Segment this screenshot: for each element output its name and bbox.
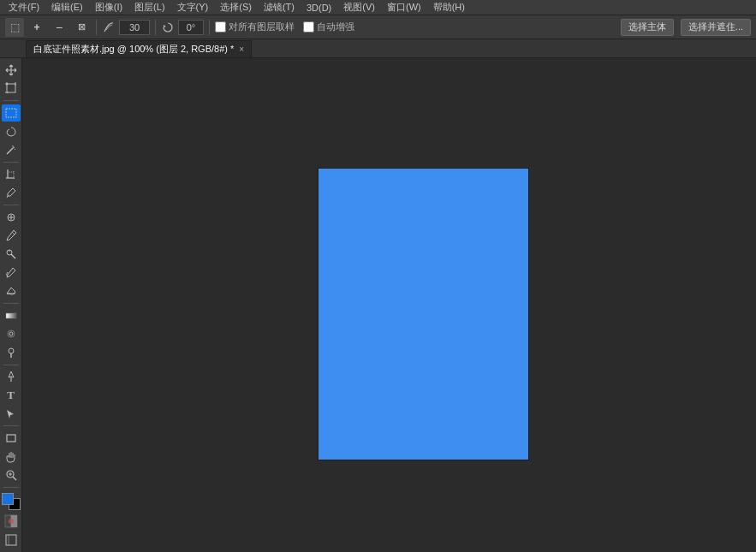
menu-window[interactable]: 窗口(W) [382, 0, 426, 15]
tool-brush[interactable] [2, 228, 21, 245]
tool-history-brush[interactable] [2, 264, 21, 282]
tab-close-btn[interactable]: × [239, 45, 244, 54]
options-sep-1 [96, 20, 97, 35]
menu-layer[interactable]: 图层(L) [129, 0, 170, 15]
svg-marker-0 [164, 25, 166, 27]
tool-clone[interactable] [2, 246, 21, 263]
svg-rect-36 [6, 535, 16, 545]
menu-help[interactable]: 帮助(H) [428, 0, 470, 15]
tool-eyedropper[interactable] [2, 184, 21, 201]
add-selection-icon [33, 21, 39, 33]
tool-pen[interactable] [2, 369, 21, 386]
subtract-selection-icon [56, 21, 63, 34]
intersect-selection-icon [78, 21, 86, 33]
menu-filter[interactable]: 滤镜(T) [259, 0, 300, 15]
feather-value[interactable] [119, 20, 150, 35]
auto-enhance-label: 自动增强 [317, 21, 354, 33]
svg-line-15 [7, 196, 8, 198]
pen-icon [5, 371, 17, 383]
tool-blur[interactable] [2, 325, 21, 342]
tool-quick-mask[interactable] [2, 513, 21, 531]
blur-icon [5, 328, 17, 340]
tb-sep-5 [3, 365, 19, 365]
menu-view[interactable]: 视图(V) [338, 0, 380, 15]
heal-icon [5, 211, 17, 223]
auto-enhance-checkbox[interactable] [303, 21, 314, 33]
foreground-color-swatch [2, 493, 14, 505]
svg-point-24 [9, 332, 13, 335]
tb-sep-1 [3, 100, 19, 101]
tool-crop[interactable] [2, 166, 21, 183]
svg-rect-6 [6, 109, 16, 117]
svg-line-7 [7, 148, 13, 154]
intersect-selection-btn[interactable] [72, 18, 91, 37]
svg-point-23 [8, 330, 15, 337]
canvas-layer [318, 169, 528, 460]
options-sep-2 [155, 20, 156, 35]
tool-eraser[interactable] [2, 282, 21, 300]
select-subject-btn[interactable]: 选择主体 [621, 19, 674, 36]
dodge-icon [5, 347, 17, 359]
menu-select[interactable]: 选择(S) [215, 0, 257, 15]
svg-point-35 [9, 519, 14, 524]
select-and-mask-btn[interactable]: 选择并遮住... [681, 19, 751, 36]
tool-shape[interactable] [2, 430, 21, 447]
tool-artboard[interactable] [2, 80, 21, 98]
crop-icon [5, 169, 17, 181]
tab-title: 白底证件照素材.jpg @ 100% (图层 2, RGB/8#) * [33, 43, 234, 56]
svg-rect-1 [7, 84, 15, 92]
document-tab[interactable]: 白底证件照素材.jpg @ 100% (图层 2, RGB/8#) * × [26, 40, 252, 57]
gradient-icon [5, 310, 17, 322]
quick-mask-icon [4, 514, 18, 528]
tab-bar: 白底证件照素材.jpg @ 100% (图层 2, RGB/8#) * × [0, 39, 756, 58]
menu-edit[interactable]: 编辑(E) [46, 0, 88, 15]
tool-path-select[interactable] [2, 406, 21, 423]
eraser-icon [5, 285, 17, 297]
path-select-icon [5, 408, 17, 420]
menu-text[interactable]: 文字(Y) [172, 0, 214, 15]
sample-all-layers-checkbox[interactable] [215, 21, 226, 33]
tb-sep-6 [3, 425, 19, 426]
tool-zoom[interactable] [2, 467, 21, 484]
canvas-area [22, 58, 756, 552]
menu-image[interactable]: 图像(I) [90, 0, 128, 15]
lasso-icon [5, 126, 17, 138]
main-layout: T [0, 58, 756, 552]
tool-text[interactable]: T [2, 387, 21, 404]
tool-screen-mode[interactable] [2, 531, 21, 549]
angle-value[interactable] [178, 20, 204, 35]
tool-gradient[interactable] [2, 307, 21, 324]
artboard-icon [5, 82, 17, 94]
options-bar: 对所有图层取样 自动增强 选择主体 选择并遮住... [0, 15, 756, 39]
sample-all-layers-wrapper[interactable]: 对所有图层取样 [215, 21, 295, 33]
svg-rect-28 [7, 435, 15, 442]
rotate-icon-label [161, 21, 175, 34]
svg-line-30 [13, 477, 16, 480]
sample-all-layers-label: 对所有图层取样 [229, 21, 295, 33]
text-tool-icon: T [7, 389, 15, 402]
shape-icon [5, 432, 17, 444]
tool-heal[interactable] [2, 209, 21, 226]
tool-lasso[interactable] [2, 123, 21, 140]
menu-3d[interactable]: 3D(D) [301, 2, 336, 14]
tool-hand[interactable] [2, 448, 21, 466]
tb-sep-3 [3, 205, 19, 205]
tb-sep-4 [3, 303, 19, 304]
screen-mode-icon [5, 534, 17, 546]
tool-select-rect[interactable] [2, 104, 21, 122]
color-swatch[interactable] [2, 493, 21, 510]
tool-dodge[interactable] [2, 344, 21, 361]
menu-file[interactable]: 文件(F) [3, 0, 45, 15]
new-selection-btn[interactable] [5, 18, 24, 37]
tool-move[interactable] [2, 62, 21, 79]
tb-sep-7 [3, 487, 19, 488]
tool-magic-wand[interactable] [2, 141, 21, 158]
auto-enhance-wrapper[interactable]: 自动增强 [303, 21, 354, 33]
magic-wand-icon [5, 144, 17, 156]
options-sep-3 [209, 20, 210, 35]
tb-sep-2 [3, 162, 19, 163]
add-selection-btn[interactable] [27, 18, 46, 37]
clone-icon [5, 248, 17, 260]
feather-icon-label [102, 21, 116, 34]
subtract-selection-btn[interactable] [50, 18, 68, 37]
